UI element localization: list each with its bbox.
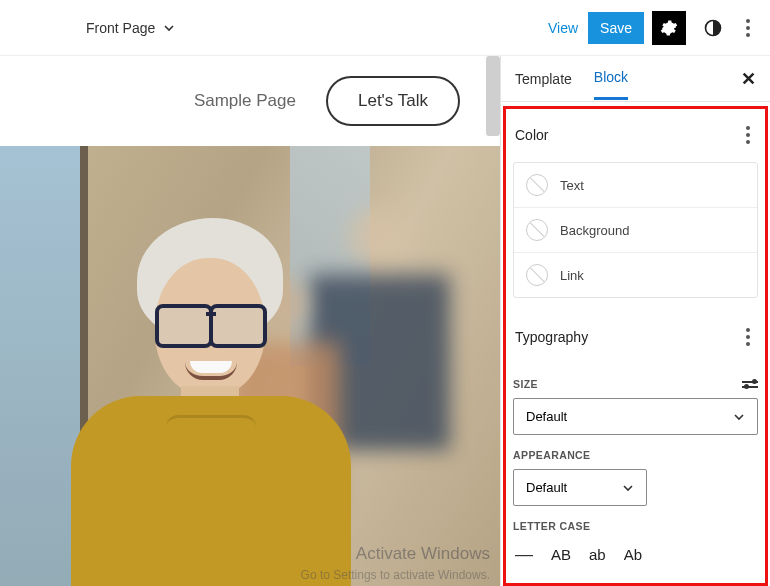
close-sidebar-button[interactable]: ✕ <box>741 68 756 90</box>
contrast-icon <box>703 18 723 38</box>
sliders-icon[interactable] <box>742 381 758 388</box>
page-selector[interactable]: Front Page <box>86 20 175 36</box>
swatch-icon <box>526 174 548 196</box>
lettercase-lower[interactable]: ab <box>589 546 606 563</box>
typography-section-menu[interactable] <box>740 322 756 352</box>
color-label: Link <box>560 268 584 283</box>
os-watermark-title: Activate Windows <box>356 544 490 564</box>
nav-sample-page[interactable]: Sample Page <box>194 91 296 111</box>
lettercase-upper[interactable]: AB <box>551 546 571 563</box>
color-label: Background <box>560 223 629 238</box>
lettercase-cap[interactable]: Ab <box>624 546 642 563</box>
view-link[interactable]: View <box>548 20 578 36</box>
os-watermark-sub: Go to Settings to activate Windows. <box>301 568 490 582</box>
color-options-list: Text Background Link <box>513 162 758 298</box>
color-option-text[interactable]: Text <box>514 163 757 208</box>
settings-sidebar: Template Block ✕ Color Text Background <box>500 56 770 586</box>
gear-icon <box>660 19 678 37</box>
color-option-link[interactable]: Link <box>514 253 757 297</box>
cta-button[interactable]: Let's Talk <box>326 76 460 126</box>
size-field-label: SIZE <box>513 378 538 390</box>
appearance-field-label: APPEARANCE <box>513 449 591 461</box>
lettercase-options: — AB ab Ab <box>513 540 758 569</box>
tab-block[interactable]: Block <box>594 57 628 100</box>
swatch-icon <box>526 264 548 286</box>
more-menu-button[interactable] <box>740 13 756 43</box>
color-label: Text <box>560 178 584 193</box>
chevron-down-icon <box>733 411 745 423</box>
size-select-value: Default <box>526 409 567 424</box>
scrollbar[interactable] <box>486 56 500 136</box>
save-button[interactable]: Save <box>588 12 644 44</box>
tab-template[interactable]: Template <box>515 59 572 99</box>
styles-button[interactable] <box>696 11 730 45</box>
size-select[interactable]: Default <box>513 398 758 435</box>
lettercase-field-label: LETTER CASE <box>513 520 590 532</box>
site-header: Sample Page Let's Talk <box>0 56 500 146</box>
typography-section-title: Typography <box>515 329 588 345</box>
hero-image: Activate Windows Go to Settings to activ… <box>0 146 500 586</box>
color-option-background[interactable]: Background <box>514 208 757 253</box>
page-name: Front Page <box>86 20 155 36</box>
appearance-select-value: Default <box>526 480 567 495</box>
editor-canvas[interactable]: Sample Page Let's Talk Activate Windows … <box>0 56 500 586</box>
chevron-down-icon <box>163 22 175 34</box>
appearance-select[interactable]: Default <box>513 469 647 506</box>
swatch-icon <box>526 219 548 241</box>
editor-top-bar: Front Page View Save <box>0 0 770 56</box>
color-section-title: Color <box>515 127 548 143</box>
color-section-menu[interactable] <box>740 120 756 150</box>
sidebar-tabs: Template Block ✕ <box>501 56 770 102</box>
workspace: Sample Page Let's Talk Activate Windows … <box>0 56 770 586</box>
chevron-down-icon <box>622 482 634 494</box>
settings-button[interactable] <box>652 11 686 45</box>
lettercase-none[interactable]: — <box>515 544 533 565</box>
